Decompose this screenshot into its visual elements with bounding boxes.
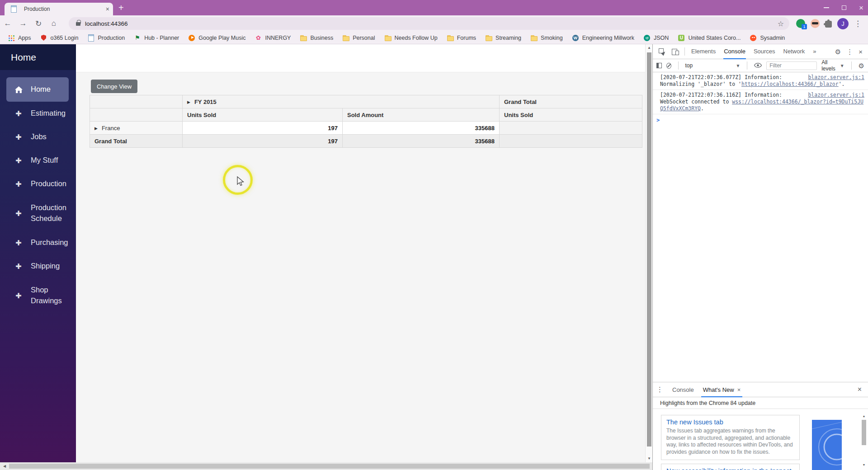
show-sidebar-icon[interactable] [656, 63, 662, 68]
sidebar: Home Home ✚ Estimating ✚ Jobs [0, 44, 76, 462]
bookmark-item[interactable]: Needs Follow Up [380, 33, 442, 43]
drawer-close-icon[interactable]: × [858, 385, 864, 394]
bookmark-item[interactable]: Business [296, 33, 337, 43]
tab-close-icon[interactable]: × [106, 5, 109, 13]
scroll-up-icon[interactable]: ▲ [861, 414, 867, 419]
bookmark-item[interactable]: Streaming [481, 33, 525, 43]
console-source-link[interactable]: blazor.server.js:1 [803, 92, 864, 99]
bookmark-item[interactable]: Production [83, 33, 129, 43]
bookmark-item[interactable]: INNERGY [250, 33, 295, 43]
sidebar-item-estimating[interactable]: ✚ Estimating [0, 102, 76, 125]
bookmark-star-icon[interactable]: ☆ [778, 19, 784, 28]
change-view-button[interactable]: Change View [91, 80, 137, 93]
whats-new-card-title-link[interactable]: New accessibility information in the Ins… [666, 467, 794, 470]
bookmark-item[interactable]: Sysadmin [745, 33, 789, 43]
maximize-icon[interactable] [842, 5, 846, 10]
refresh-icon[interactable]: ↻ [31, 19, 46, 28]
browser-menu-icon[interactable]: ⋮ [854, 19, 862, 28]
console-source-link[interactable]: blazor.server.js:1 [803, 74, 864, 81]
console-prompt[interactable]: > [653, 114, 868, 126]
device-toolbar-icon[interactable] [672, 48, 679, 55]
forward-icon[interactable]: → [15, 19, 31, 28]
expand-arrow-icon[interactable]: ▶ [187, 100, 190, 104]
bookmark-item[interactable]: Forums [443, 33, 480, 43]
horizontal-scrollbar[interactable]: ◀ [0, 462, 652, 470]
tab-sources[interactable]: Sources [750, 44, 779, 59]
row-label-france[interactable]: ▶France [90, 122, 183, 135]
bookmark-item[interactable]: United States Coro... [674, 33, 745, 43]
drawer-menu-icon[interactable]: ⋮ [656, 385, 663, 394]
scrollbar-thumb[interactable] [862, 420, 866, 445]
tab-elements[interactable]: Elements [687, 44, 720, 59]
console-settings-gear-icon[interactable]: ⚙ [859, 62, 864, 69]
scroll-down-icon[interactable]: ▼ [861, 462, 867, 468]
home-icon[interactable]: ⌂ [46, 19, 61, 28]
tab-console[interactable]: Console [720, 44, 750, 59]
url-bar[interactable]: localhost:44366 ☆ [69, 17, 789, 30]
back-icon[interactable]: ← [0, 19, 15, 28]
gear-icon[interactable]: ⚙ [835, 48, 841, 55]
browser-tab[interactable]: Production × [5, 3, 113, 15]
plus-icon[interactable]: ✚ [14, 209, 24, 218]
inspect-element-icon[interactable] [659, 48, 665, 55]
bookmark-item[interactable]: JSON [639, 33, 673, 43]
plus-icon[interactable]: ✚ [14, 180, 24, 188]
console-url-link[interactable]: https://localhost:44366/_blazor [741, 81, 839, 87]
scroll-up-icon[interactable]: ▲ [646, 44, 653, 52]
sidebar-item-home[interactable]: Home [6, 77, 69, 102]
sidebar-item-jobs[interactable]: ✚ Jobs [0, 125, 76, 149]
sidebar-item-label: Production [31, 179, 76, 189]
extension-green-icon[interactable]: 1 [796, 19, 805, 28]
bookmark-label: Hub - Planner [144, 35, 179, 41]
filter-input[interactable] [766, 61, 817, 70]
whats-new-card-title-link[interactable]: The new Issues tab [666, 418, 794, 426]
drawer-tab-whats-new[interactable]: What's New × [698, 382, 745, 397]
tab-network[interactable]: Network [779, 44, 809, 59]
plus-icon[interactable]: ✚ [14, 262, 24, 271]
scroll-down-icon[interactable]: ▼ [646, 455, 653, 462]
tab-close-icon[interactable]: × [737, 383, 741, 397]
scrollbar-thumb[interactable] [647, 52, 651, 446]
minimize-icon[interactable] [824, 7, 829, 8]
scrollbar-thumb[interactable] [9, 464, 650, 469]
console-text: . [701, 105, 704, 112]
url-text[interactable]: localhost:44366 [85, 20, 128, 27]
bookmark-item[interactable]: Smoking [526, 33, 567, 43]
drawer-tab-console[interactable]: Console [668, 382, 698, 397]
bookmark-item[interactable]: Engineering Millwork [568, 33, 638, 43]
plus-icon[interactable]: ✚ [14, 156, 24, 165]
json-icon [643, 34, 651, 42]
sidebar-item-production[interactable]: ✚ Production [0, 172, 76, 196]
scroll-left-icon[interactable]: ◀ [1, 462, 8, 470]
bookmark-item[interactable]: Apps [4, 33, 35, 43]
sidebar-item-production-schedule[interactable]: ✚ Production Schedule [0, 196, 76, 231]
vertical-scrollbar[interactable]: ▲ ▼ [645, 44, 652, 462]
devtools-close-icon[interactable]: × [859, 48, 863, 55]
bookmark-item[interactable]: Personal [338, 33, 379, 43]
log-levels-selector[interactable]: All levels ▼ [821, 59, 844, 72]
bookmark-item[interactable]: Hub - Planner [130, 33, 183, 43]
drawer-scrollbar[interactable]: ▲ ▼ [861, 414, 867, 468]
plus-icon[interactable]: ✚ [14, 239, 24, 247]
bookmark-item[interactable]: o365 Login [36, 33, 83, 43]
extension-reddit-icon[interactable] [811, 19, 820, 28]
context-selector[interactable]: top ▼ [685, 62, 741, 69]
plus-icon[interactable]: ✚ [14, 291, 24, 300]
column-group-fy2015[interactable]: ▶FY 2015 [183, 95, 500, 108]
sidebar-item-purchasing[interactable]: ✚ Purchasing [0, 231, 76, 254]
sidebar-item-my-stuff[interactable]: ✚ My Stuff [0, 149, 76, 172]
expand-arrow-icon[interactable]: ▶ [94, 126, 98, 131]
clear-console-icon[interactable] [666, 63, 671, 69]
sidebar-item-shipping[interactable]: ✚ Shipping [0, 254, 76, 278]
more-tabs-icon[interactable]: » [809, 44, 820, 59]
new-tab-button[interactable]: + [118, 3, 124, 12]
kebab-menu-icon[interactable]: ⋮ [846, 48, 853, 55]
extensions-puzzle-icon[interactable] [825, 21, 832, 28]
eye-icon[interactable] [754, 61, 762, 70]
sidebar-item-shop-drawings[interactable]: ✚ Shop Drawings [0, 278, 76, 313]
plus-icon[interactable]: ✚ [14, 133, 24, 141]
plus-icon[interactable]: ✚ [14, 109, 24, 118]
bookmark-item[interactable]: Google Play Music [184, 33, 250, 43]
profile-avatar[interactable]: J [837, 18, 849, 29]
window-close-icon[interactable]: × [859, 4, 863, 12]
